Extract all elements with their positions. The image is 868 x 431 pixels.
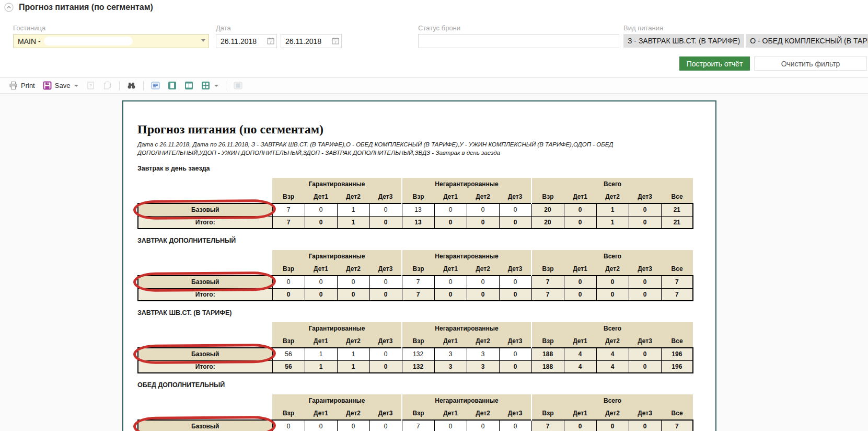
sub-column-header: Дет1 [564,190,596,203]
sub-column-header: Взр [272,334,305,348]
value-cell: 196 [661,348,693,360]
page-title: Прогноз питания (по сегментам) [19,3,153,12]
sub-column-header: Дет2 [337,334,369,348]
column-group-header: Негарантированные [402,250,531,262]
page-width-button [232,80,244,91]
meal-type-field: Вид питания З - ЗАВТРАК ШВ.СТ. (В ТАРИФЕ… [623,24,868,48]
value-cell: 20 [531,203,564,216]
print-button[interactable]: Print [7,80,37,91]
sub-column-header: Дет1 [564,334,596,348]
value-cell: 1 [337,203,369,216]
value-cell: 188 [531,348,564,360]
value-cell: 0 [499,276,531,288]
sub-column-header: Все [661,334,693,348]
report-subtitle: Дата с 26.11.2018, Дата по 26.11.2018, З… [137,140,692,157]
section-table-wrap: ГарантированныеНегарантированныеВсего Вз… [137,394,692,431]
sub-column-header: Все [661,262,693,276]
view-multi-page-button[interactable] [200,80,220,91]
value-cell: 0 [629,348,661,360]
segment-label: Базовый [138,348,272,360]
sub-column-header: Дет3 [369,190,402,203]
sub-column-header: Взр [402,406,434,420]
continuous-view-icon [151,81,160,90]
segment-row: Базовый56110132330188440196 [138,348,693,360]
collapse-panel-icon[interactable] [4,3,14,12]
forecast-table: ГарантированныеНегарантированныеВсего Вз… [137,250,693,301]
booking-status-field: Статус брони [418,24,619,48]
sub-column-header: Дет2 [596,406,629,420]
save-button[interactable]: Save [41,80,80,91]
report-sections: Завтрак в день заезда ГарантированныеНег… [137,165,715,431]
section-table-wrap: ГарантированныеНегарантированныеВсего Вз… [137,322,692,373]
view-two-pages-button[interactable] [183,80,195,91]
sub-column-header: Дет1 [434,334,467,348]
sub-header-row: ВзрДет1Дет2Дет3ВзрДет1Дет2Дет3ВзрДет1Дет… [138,190,693,203]
toolbar-separator [226,81,226,90]
section-table-wrap: ГарантированныеНегарантированныеВсего Вз… [137,250,692,301]
value-cell: 7 [402,420,434,431]
report-section: ЗАВТРАК ШВ.СТ. (В ТАРИФЕ) Гарантированны… [137,309,715,373]
total-value-cell: 7 [661,288,693,301]
total-value-cell: 188 [531,360,564,373]
single-page-view-icon [168,81,177,90]
total-label: Итого: [138,216,272,229]
segment-row: Базовый7010130002001021 [138,203,693,216]
value-cell: 0 [434,203,467,216]
sub-column-header: Взр [272,190,305,203]
actions-row: Построить отчёт Очистить фильтр [0,55,868,73]
svg-text:7: 7 [270,40,272,44]
segment-row: Базовый0000700070007 [138,276,693,288]
sub-column-header: Дет3 [629,334,661,348]
total-row: Итого:7010130002001021 [138,216,693,229]
value-cell: 0 [467,420,499,431]
report-section: ОБЕД ДОПОЛНИТЕЛЬНЫЙ ГарантированныеНегар… [137,381,715,431]
total-value-cell: 0 [305,216,337,229]
sub-column-header: Взр [402,334,434,348]
view-continuous-button[interactable] [149,80,161,91]
column-group-header: Гарантированные [272,394,402,406]
column-group-header: Всего [531,250,693,262]
column-group-header: Гарантированные [272,322,402,334]
value-cell: 7 [402,276,434,288]
value-cell: 0 [564,420,596,431]
print-label: Print [21,82,35,89]
booking-status-input[interactable] [418,34,619,48]
total-value-cell: 1 [337,216,369,229]
sub-column-header: Дет2 [467,190,499,203]
hotel-field: Гостиница MAIN - [13,24,209,48]
total-value-cell: 132 [402,360,434,373]
total-value-cell: 0 [629,360,661,373]
section-heading: ЗАВТРАК ШВ.СТ. (В ТАРИФЕ) [137,309,715,316]
value-cell: 1 [305,348,337,360]
report-preview[interactable]: Прогноз питания (по сегментам) Дата с 26… [0,94,868,431]
meal-type-tag[interactable]: О - ОБЕД КОМПЛЕКСНЫЙ (В ТАРИФЕ) [746,34,868,48]
toolbar-separator [119,81,120,90]
svg-text:?: ? [89,83,92,88]
clipboard-question-icon: ? [86,81,95,90]
value-cell: 7 [531,420,564,431]
sub-column-header: Взр [531,406,564,420]
build-report-button[interactable]: Построить отчёт [679,56,750,71]
total-value-cell: 0 [499,216,531,229]
calendar-icon[interactable]: 7 [267,37,274,44]
hotel-select[interactable]: MAIN - [13,34,209,48]
meal-type-tags[interactable]: З - ЗАВТРАК ШВ.СТ. (В ТАРИФЕ) О - ОБЕД К… [623,34,868,48]
sub-header-row: ВзрДет1Дет2Дет3ВзрДет1Дет2Дет3ВзрДет1Дет… [138,406,693,420]
app-header: Прогноз питания (по сегментам) [0,0,868,13]
header-spacer [138,262,272,276]
find-button[interactable] [125,80,137,91]
total-value-cell: 13 [402,216,434,229]
view-single-page-button[interactable] [166,80,178,91]
clear-filter-button[interactable]: Очистить фильтр [754,56,867,71]
total-value-cell: 21 [661,216,693,229]
section-heading: Завтрак в день заезда [137,165,715,172]
value-cell: 0 [369,203,402,216]
value-cell: 0 [369,348,402,360]
sub-column-header: Дет1 [434,262,467,276]
group-header-row: ГарантированныеНегарантированныеВсего [138,394,693,406]
sub-column-header: Дет3 [629,190,661,203]
forecast-table: ГарантированныеНегарантированныеВсего Вз… [137,394,693,431]
total-value-cell: 3 [434,360,467,373]
meal-type-tag[interactable]: З - ЗАВТРАК ШВ.СТ. (В ТАРИФЕ) [623,34,744,48]
calendar-icon[interactable]: 7 [332,37,339,44]
